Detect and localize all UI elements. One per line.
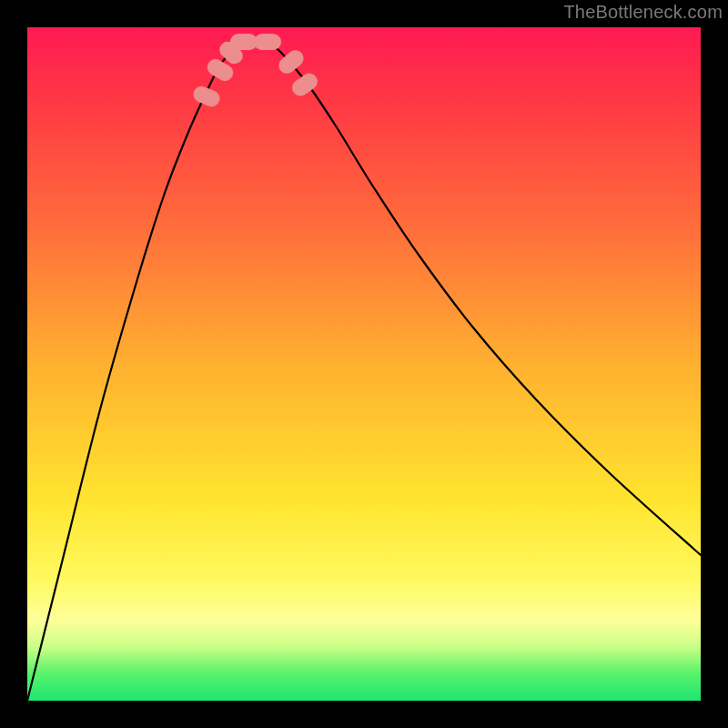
curve-layer [27,27,701,701]
curve-markers [191,34,321,109]
plot-area [27,27,701,701]
watermark-label: TheBottleneck.com [563,2,723,23]
marker-bottom-1 [230,34,258,50]
marker-left-1 [191,84,223,109]
marker-bottom-2 [254,34,281,50]
bottleneck-curve [27,38,701,701]
chart-frame: TheBottleneck.com [0,0,728,728]
